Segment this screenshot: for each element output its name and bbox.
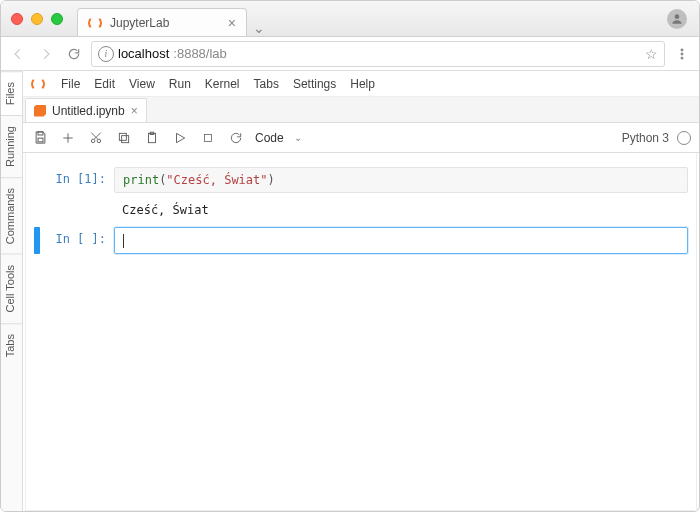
input-prompt: In [ ]: [40,227,114,254]
code-editor[interactable] [114,227,688,254]
paste-button[interactable] [143,129,161,147]
menu-settings[interactable]: Settings [293,77,336,91]
notebook-toolbar: Code ⌄ Python 3 [23,123,699,153]
svg-rect-12 [205,134,212,141]
insert-cell-button[interactable] [59,129,77,147]
sidebar-tab-running[interactable]: Running [1,115,22,177]
jupyter-logo-icon [31,77,45,91]
menu-tabs[interactable]: Tabs [254,77,279,91]
input-prompt: In [1]: [40,167,114,193]
notebook-area[interactable]: In [1]:print("Cześć, Świat")Cześć, Świat… [25,153,697,511]
url-field[interactable]: i localhost:8888/lab ☆ [91,41,665,67]
forward-button[interactable] [35,43,57,65]
sidebar-tab-cell-tools[interactable]: Cell Tools [1,254,22,323]
browser-tab[interactable]: JupyterLab × [77,8,247,36]
svg-rect-5 [38,138,43,142]
browser-address-bar: i localhost:8888/lab ☆ [1,37,699,71]
kernel-indicator[interactable]: Python 3 [622,131,691,145]
main-area: FileEditViewRunKernelTabsSettingsHelp Un… [23,71,699,512]
menu-edit[interactable]: Edit [94,77,115,91]
svg-point-1 [681,48,683,50]
copy-button[interactable] [115,129,133,147]
window-controls [11,13,63,25]
new-tab-button[interactable]: ⌄ [247,20,271,36]
reload-button[interactable] [63,43,85,65]
document-tabbar: Untitled.ipynb × [23,97,699,123]
browser-tabstrip: JupyterLab × ⌄ [77,1,271,36]
run-button[interactable] [171,129,189,147]
close-tab-icon[interactable]: × [228,15,236,31]
browser-tab-title: JupyterLab [110,16,169,30]
notebook-tab-title: Untitled.ipynb [52,104,125,118]
close-notebook-icon[interactable]: × [131,104,138,118]
sidebar-tab-tabs[interactable]: Tabs [1,323,22,367]
menu-view[interactable]: View [129,77,155,91]
zoom-window-button[interactable] [51,13,63,25]
chevron-down-icon: ⌄ [294,132,302,143]
svg-point-0 [675,14,680,19]
svg-rect-9 [119,133,126,140]
bookmark-icon[interactable]: ☆ [645,46,658,62]
site-info-icon[interactable]: i [98,46,114,62]
kernel-name: Python 3 [622,131,669,145]
code-cell[interactable]: In [ ]: [34,227,688,254]
menubar: FileEditViewRunKernelTabsSettingsHelp [23,71,699,97]
code-cell[interactable]: In [1]:print("Cześć, Świat") [34,167,688,193]
save-button[interactable] [31,129,49,147]
svg-point-6 [91,139,95,143]
jupyterlab-shell: FilesRunningCommandsCell ToolsTabs FileE… [1,71,699,512]
url-host: localhost [118,46,169,61]
cut-button[interactable] [87,129,105,147]
cell-type-label: Code [255,131,284,145]
menu-file[interactable]: File [61,77,80,91]
url-path: :8888/lab [173,46,227,61]
left-sidebar: FilesRunningCommandsCell ToolsTabs [1,71,23,512]
svg-point-2 [681,52,683,54]
jupyter-icon [88,16,102,30]
svg-point-3 [681,56,683,58]
sidebar-tab-commands[interactable]: Commands [1,177,22,254]
svg-point-7 [97,139,101,143]
menu-run[interactable]: Run [169,77,191,91]
notebook-icon [34,105,46,117]
close-window-button[interactable] [11,13,23,25]
restart-button[interactable] [227,129,245,147]
sidebar-tab-files[interactable]: Files [1,71,22,115]
browser-menu-icon[interactable] [671,43,693,65]
notebook-tab[interactable]: Untitled.ipynb × [25,98,147,122]
svg-rect-4 [38,132,43,135]
svg-rect-8 [122,135,129,142]
code-editor[interactable]: print("Cześć, Świat") [114,167,688,193]
menu-kernel[interactable]: Kernel [205,77,240,91]
interrupt-button[interactable] [199,129,217,147]
menu-help[interactable]: Help [350,77,375,91]
minimize-window-button[interactable] [31,13,43,25]
cell-type-select[interactable]: Code ⌄ [255,131,306,145]
kernel-status-icon [677,131,691,145]
cell-output: Cześć, Świat [114,197,688,223]
profile-icon[interactable] [667,9,687,29]
back-button[interactable] [7,43,29,65]
window-titlebar: JupyterLab × ⌄ [1,1,699,37]
